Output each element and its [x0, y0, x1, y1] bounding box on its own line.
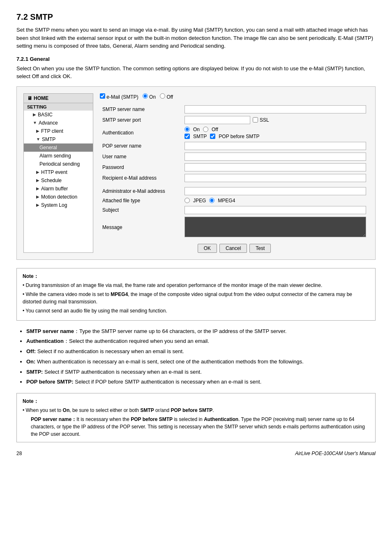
- mpeg4-label: MPEG4: [218, 198, 235, 204]
- password-row: Password: [100, 162, 369, 173]
- sidebar-item-system-log[interactable]: ▶ System Log: [24, 201, 93, 209]
- note-box-2: Note： • When you set to On, be sure to s…: [16, 393, 376, 442]
- email-off-radio[interactable]: [160, 93, 165, 99]
- sidebar-item-alarm-sending[interactable]: Alarm sending: [24, 152, 93, 160]
- message-row: Message: [100, 215, 369, 240]
- note2-title: Note：: [23, 398, 369, 405]
- smtp-check-label: SMTP: [193, 134, 207, 139]
- button-row: OK Cancel Test: [100, 244, 369, 253]
- password-input[interactable]: [184, 163, 366, 171]
- email-label: e-Mail (SMTP): [106, 94, 138, 100]
- subject-row: Subject: [100, 205, 369, 215]
- sidebar-item-smtp[interactable]: ▼ SMTP: [24, 135, 93, 143]
- pop-server-name-cell: [182, 141, 369, 151]
- authentication-cell: On Off SMTP POP before SMTP: [182, 125, 369, 141]
- email-off-label: Off: [166, 94, 173, 100]
- recipient-email-cell: [182, 173, 369, 183]
- section-title: 7.2.1 General: [16, 56, 376, 62]
- test-button[interactable]: Test: [249, 244, 271, 253]
- sidebar-item-motion-detection[interactable]: ▶ Motion detection: [24, 193, 93, 201]
- arrow-icon: ▶: [36, 203, 39, 207]
- auth-on-radio[interactable]: [184, 127, 190, 132]
- intro-text: Set the SMTP menu when you want to send …: [16, 26, 376, 50]
- bullet-off: Off: Select if no authentication is nece…: [26, 347, 376, 356]
- sidebar-item-advance[interactable]: ▼ Advance: [24, 119, 93, 127]
- ssl-label: SSL: [260, 117, 269, 123]
- sidebar-item-periodical-sending[interactable]: Periodical sending: [24, 160, 93, 168]
- mpeg4-radio[interactable]: [209, 198, 214, 203]
- form-table: SMTP server name SMTP server port SSL: [100, 104, 369, 240]
- home-icon: 🖥: [27, 95, 32, 101]
- pop-check-label: POP before SMTP: [219, 134, 259, 139]
- main-form: e-Mail (SMTP) On Off SMTP server name SM…: [93, 93, 369, 253]
- sidebar-item-alarm-buffer[interactable]: ▶ Alarm buffer: [24, 185, 93, 193]
- arrow-icon: ▶: [36, 178, 39, 183]
- smtp-server-name-row: SMTP server name: [100, 104, 369, 115]
- recipient-email-input[interactable]: [184, 174, 366, 182]
- bullet-authentication: Authentication：Select the authentication…: [26, 337, 376, 346]
- jpeg-label: JPEG: [193, 198, 206, 204]
- smtp-server-name-cell: [182, 104, 369, 115]
- ssl-checkbox[interactable]: [253, 117, 258, 123]
- password-label: Password: [100, 162, 182, 173]
- note1-item-3: You cannot send an audio file by using t…: [23, 307, 369, 314]
- section-desc: Select On when you use the SMTP function…: [16, 65, 376, 81]
- file-type-radio-group: JPEG MPEG4: [184, 198, 366, 204]
- arrow-icon: ▶: [36, 194, 39, 199]
- user-name-cell: [182, 151, 369, 162]
- note2-pop: POP server name：It is necessary when the…: [23, 416, 369, 438]
- subject-input[interactable]: [184, 206, 366, 214]
- port-input-row: SSL: [184, 116, 366, 124]
- bullet-list: SMTP server name：Type the SMTP server na…: [16, 327, 376, 387]
- smtp-server-port-cell: SSL: [182, 115, 369, 125]
- sidebar-item-schedule[interactable]: ▶ Schedule: [24, 176, 93, 185]
- auth-off-radio[interactable]: [203, 127, 208, 132]
- auth-off-label: Off: [212, 127, 218, 132]
- sidebar-item-general[interactable]: General: [24, 143, 93, 152]
- jpeg-radio[interactable]: [184, 198, 190, 203]
- pop-server-name-input[interactable]: [184, 142, 366, 150]
- ssl-check-group: SSL: [253, 117, 269, 123]
- auth-on-label: On: [193, 127, 200, 132]
- ok-button[interactable]: OK: [198, 244, 217, 253]
- subject-cell: [182, 205, 369, 215]
- arrow-icon: ▶: [36, 186, 39, 191]
- user-name-label: User name: [100, 151, 182, 162]
- recipient-email-label: Recipient e-Mail address: [100, 173, 182, 183]
- sidebar-item-ftp[interactable]: ▶ FTP client: [24, 127, 93, 135]
- page-title: 7.2 SMTP: [16, 12, 376, 22]
- bullet-on: On: When authentication is necessary an …: [26, 358, 376, 366]
- message-label: Message: [100, 215, 182, 240]
- bullet-pop-before-smtp: POP before SMTP: Select if POP before SM…: [26, 378, 376, 386]
- pop-checkbox[interactable]: [210, 134, 215, 139]
- smtp-server-name-label: SMTP server name: [100, 104, 182, 115]
- message-cell: [182, 215, 369, 240]
- sidebar-item-http-event[interactable]: ▶ HTTP event: [24, 168, 93, 176]
- email-checkbox[interactable]: [100, 93, 105, 99]
- recipient-email-row: Recipient e-Mail address: [100, 173, 369, 183]
- bullet-smtp-server: SMTP server name：Type the SMTP server na…: [26, 327, 376, 336]
- admin-email-label: Administrator e-Mail address: [100, 186, 182, 197]
- note1-title: Note：: [23, 273, 369, 280]
- admin-email-cell: [182, 186, 369, 197]
- smtp-server-name-input[interactable]: [184, 105, 366, 113]
- note1-item-2: While the camera video mode is set to MP…: [23, 291, 369, 305]
- subject-label: Subject: [100, 205, 182, 215]
- user-name-input[interactable]: [184, 153, 366, 161]
- arrow-icon: ▶: [36, 170, 39, 174]
- ui-panel: 🖥 HOME SETTING ▶ BASIC ▼ Advance ▶ FTP c…: [16, 86, 376, 260]
- pop-server-name-row: POP server name: [100, 141, 369, 151]
- bullet-smtp: SMTP: Select if SMTP authentication is n…: [26, 368, 376, 377]
- cancel-button[interactable]: Cancel: [219, 244, 247, 253]
- admin-email-input[interactable]: [184, 187, 366, 195]
- sidebar-item-basic[interactable]: ▶ BASIC: [24, 111, 93, 119]
- arrow-icon: ▶: [36, 129, 39, 133]
- note-box-1: Note： During transmission of an image fi…: [16, 268, 376, 321]
- message-textarea[interactable]: [184, 217, 366, 237]
- smtp-checkbox[interactable]: [184, 134, 190, 139]
- note1-item-1: During transmission of an image file via…: [23, 282, 369, 289]
- email-on-radio[interactable]: [143, 93, 148, 99]
- auth-check-group: SMTP POP before SMTP: [184, 134, 366, 139]
- note1-list: During transmission of an image file via…: [23, 282, 369, 314]
- smtp-server-port-input[interactable]: [184, 116, 250, 124]
